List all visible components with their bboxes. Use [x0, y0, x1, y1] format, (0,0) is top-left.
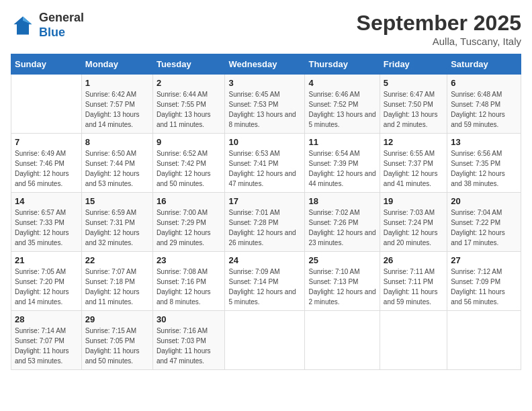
day-cell	[11, 75, 82, 134]
day-info: Sunrise: 7:03 AMSunset: 7:24 PMDaylight:…	[384, 208, 443, 248]
day-cell: 28Sunrise: 7:14 AMSunset: 7:07 PMDayligh…	[11, 311, 82, 370]
day-info: Sunrise: 7:16 AMSunset: 7:03 PMDaylight:…	[157, 326, 222, 366]
day-number: 20	[451, 196, 517, 206]
header-row: SundayMondayTuesdayWednesdayThursdayFrid…	[11, 54, 521, 75]
week-row-5: 28Sunrise: 7:14 AMSunset: 7:07 PMDayligh…	[11, 311, 521, 370]
day-number: 19	[384, 196, 443, 206]
day-info: Sunrise: 6:46 AMSunset: 7:52 PMDaylight:…	[308, 89, 375, 130]
header-cell-monday: Monday	[81, 54, 152, 75]
calendar-header: SundayMondayTuesdayWednesdayThursdayFrid…	[11, 54, 521, 75]
day-number: 7	[15, 137, 78, 147]
day-cell: 30Sunrise: 7:16 AMSunset: 7:03 PMDayligh…	[152, 311, 225, 370]
calendar-table: SundayMondayTuesdayWednesdayThursdayFrid…	[11, 54, 521, 370]
day-cell	[380, 311, 447, 370]
day-number: 25	[308, 255, 375, 265]
header-cell-thursday: Thursday	[305, 54, 380, 75]
day-number: 22	[85, 255, 149, 265]
header-cell-saturday: Saturday	[447, 54, 521, 75]
day-cell: 24Sunrise: 7:09 AMSunset: 7:14 PMDayligh…	[225, 252, 305, 311]
day-cell: 12Sunrise: 6:55 AMSunset: 7:37 PMDayligh…	[380, 134, 447, 193]
day-info: Sunrise: 6:45 AMSunset: 7:53 PMDaylight:…	[228, 89, 301, 130]
day-info: Sunrise: 6:52 AMSunset: 7:42 PMDaylight:…	[157, 148, 222, 189]
day-number: 8	[85, 137, 149, 147]
week-row-2: 7Sunrise: 6:49 AMSunset: 7:46 PMDaylight…	[11, 134, 521, 193]
header-cell-friday: Friday	[380, 54, 447, 75]
day-cell: 16Sunrise: 7:00 AMSunset: 7:29 PMDayligh…	[152, 193, 225, 252]
day-info: Sunrise: 6:56 AMSunset: 7:35 PMDaylight:…	[451, 148, 517, 189]
day-cell: 17Sunrise: 7:01 AMSunset: 7:28 PMDayligh…	[225, 193, 305, 252]
day-info: Sunrise: 7:14 AMSunset: 7:07 PMDaylight:…	[15, 326, 78, 366]
week-row-4: 21Sunrise: 7:05 AMSunset: 7:20 PMDayligh…	[11, 252, 521, 311]
day-cell: 4Sunrise: 6:46 AMSunset: 7:52 PMDaylight…	[305, 75, 380, 134]
day-number: 14	[15, 196, 78, 206]
day-cell: 29Sunrise: 7:15 AMSunset: 7:05 PMDayligh…	[81, 311, 152, 370]
day-number: 12	[384, 137, 443, 147]
day-number: 4	[308, 78, 375, 88]
day-cell: 7Sunrise: 6:49 AMSunset: 7:46 PMDaylight…	[11, 134, 82, 193]
day-info: Sunrise: 6:48 AMSunset: 7:48 PMDaylight:…	[451, 89, 517, 130]
day-info: Sunrise: 7:12 AMSunset: 7:09 PMDaylight:…	[451, 267, 517, 307]
day-cell: 3Sunrise: 6:45 AMSunset: 7:53 PMDaylight…	[225, 75, 305, 134]
day-info: Sunrise: 6:44 AMSunset: 7:55 PMDaylight:…	[157, 89, 222, 130]
day-number: 1	[85, 78, 149, 88]
week-row-1: 1Sunrise: 6:42 AMSunset: 7:57 PMDaylight…	[11, 75, 521, 134]
day-info: Sunrise: 7:05 AMSunset: 7:20 PMDaylight:…	[15, 267, 78, 307]
location: Aulla, Tuscany, Italy	[357, 36, 521, 47]
day-info: Sunrise: 6:49 AMSunset: 7:46 PMDaylight:…	[15, 148, 78, 189]
day-cell: 18Sunrise: 7:02 AMSunset: 7:26 PMDayligh…	[305, 193, 380, 252]
day-cell: 22Sunrise: 7:07 AMSunset: 7:18 PMDayligh…	[81, 252, 152, 311]
day-cell: 9Sunrise: 6:52 AMSunset: 7:42 PMDaylight…	[152, 134, 225, 193]
header-cell-wednesday: Wednesday	[225, 54, 305, 75]
day-info: Sunrise: 7:02 AMSunset: 7:26 PMDaylight:…	[308, 208, 375, 248]
day-info: Sunrise: 7:15 AMSunset: 7:05 PMDaylight:…	[85, 326, 149, 366]
day-cell: 1Sunrise: 6:42 AMSunset: 7:57 PMDaylight…	[81, 75, 152, 134]
day-cell: 20Sunrise: 7:04 AMSunset: 7:22 PMDayligh…	[447, 193, 521, 252]
day-number: 5	[384, 78, 443, 88]
day-number: 16	[157, 196, 222, 206]
title-block: September 2025 Aulla, Tuscany, Italy	[357, 11, 521, 47]
day-info: Sunrise: 6:57 AMSunset: 7:33 PMDaylight:…	[15, 208, 78, 248]
day-cell: 6Sunrise: 6:48 AMSunset: 7:48 PMDaylight…	[447, 75, 521, 134]
logo-icon	[11, 13, 35, 38]
day-number: 27	[451, 255, 517, 265]
day-info: Sunrise: 7:00 AMSunset: 7:29 PMDaylight:…	[157, 208, 222, 248]
day-info: Sunrise: 6:42 AMSunset: 7:57 PMDaylight:…	[85, 89, 149, 130]
day-cell: 21Sunrise: 7:05 AMSunset: 7:20 PMDayligh…	[11, 252, 82, 311]
day-info: Sunrise: 6:47 AMSunset: 7:50 PMDaylight:…	[384, 89, 443, 130]
day-info: Sunrise: 7:08 AMSunset: 7:16 PMDaylight:…	[157, 267, 222, 307]
day-number: 6	[451, 78, 517, 88]
day-cell: 23Sunrise: 7:08 AMSunset: 7:16 PMDayligh…	[152, 252, 225, 311]
day-cell	[225, 311, 305, 370]
header-cell-sunday: Sunday	[11, 54, 82, 75]
day-cell: 27Sunrise: 7:12 AMSunset: 7:09 PMDayligh…	[447, 252, 521, 311]
day-number: 15	[85, 196, 149, 206]
logo: General Blue	[11, 11, 84, 40]
day-number: 24	[228, 255, 301, 265]
logo-general: General	[39, 11, 84, 24]
day-number: 26	[384, 255, 443, 265]
day-number: 18	[308, 196, 375, 206]
day-cell: 25Sunrise: 7:10 AMSunset: 7:13 PMDayligh…	[305, 252, 380, 311]
week-row-3: 14Sunrise: 6:57 AMSunset: 7:33 PMDayligh…	[11, 193, 521, 252]
day-info: Sunrise: 6:59 AMSunset: 7:31 PMDaylight:…	[85, 208, 149, 248]
day-cell: 8Sunrise: 6:50 AMSunset: 7:44 PMDaylight…	[81, 134, 152, 193]
month-title: September 2025	[357, 11, 521, 36]
logo-blue: Blue	[39, 26, 65, 39]
logo-text: General Blue	[39, 11, 84, 40]
day-info: Sunrise: 6:50 AMSunset: 7:44 PMDaylight:…	[85, 148, 149, 189]
day-number: 11	[308, 137, 375, 147]
day-cell	[305, 311, 380, 370]
day-cell	[447, 311, 521, 370]
day-info: Sunrise: 6:53 AMSunset: 7:41 PMDaylight:…	[228, 148, 301, 189]
day-number: 10	[228, 137, 301, 147]
day-info: Sunrise: 7:01 AMSunset: 7:28 PMDaylight:…	[228, 208, 301, 248]
day-number: 17	[228, 196, 301, 206]
day-info: Sunrise: 7:09 AMSunset: 7:14 PMDaylight:…	[228, 267, 301, 307]
day-number: 21	[15, 255, 78, 265]
day-number: 29	[85, 314, 149, 324]
day-info: Sunrise: 6:54 AMSunset: 7:39 PMDaylight:…	[308, 148, 375, 189]
day-number: 2	[157, 78, 222, 88]
day-info: Sunrise: 7:11 AMSunset: 7:11 PMDaylight:…	[384, 267, 443, 307]
calendar-body: 1Sunrise: 6:42 AMSunset: 7:57 PMDaylight…	[11, 75, 521, 370]
day-number: 28	[15, 314, 78, 324]
